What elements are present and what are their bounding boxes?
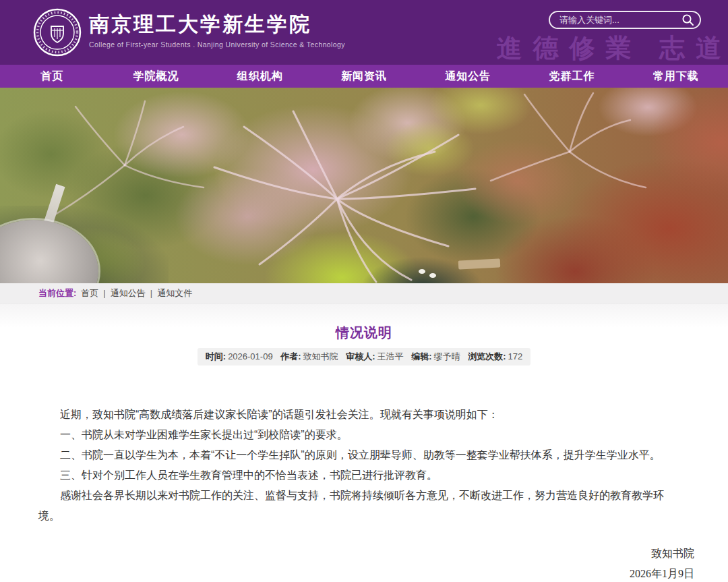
nav-item-party-work[interactable]: 党群工作 [520,65,624,88]
search-input[interactable] [559,15,681,25]
nav-item-downloads[interactable]: 常用下载 [624,65,728,88]
breadcrumb-item-notice-files[interactable]: 通知文件 [157,287,192,299]
banner-image [0,88,728,283]
meta-time-value: 2026-01-09 [228,351,273,361]
meta-views-label: 浏览次数: [468,351,506,361]
nav-item-overview[interactable]: 学院概况 [104,65,208,88]
breadcrumb: 当前位置: 首页 | 通知公告 | 通知文件 [0,283,728,303]
breadcrumb-item-home[interactable]: 首页 [81,287,98,299]
article-paragraph: 二、书院一直以学生为本，本着“不让一个学生掉队”的原则，设立朋辈导师、助教等一整… [38,445,679,465]
nav-item-announcements[interactable]: 通知公告 [416,65,520,88]
university-seal-logo [32,7,82,57]
breadcrumb-separator: | [103,288,105,298]
meta-editor-value: 缪予晴 [434,351,460,361]
article-body: 近期，致知书院“高数成绩落后建议家长陪读”的话题引发社会关注。现就有关事项说明如… [0,405,728,526]
meta-reviewer-value: 王浩平 [377,351,404,361]
site-brand: 南京理工大学新生学院 College of First-year Student… [89,12,345,49]
article-signature-block: 致知书院 2026年1月9日 [0,544,728,582]
article-paragraph: 近期，致知书院“高数成绩落后建议家长陪读”的话题引发社会关注。现就有关事项说明如… [38,405,679,425]
seal-icon [32,7,82,57]
nav-item-organization[interactable]: 组织机构 [208,65,312,88]
nav-item-home[interactable]: 首页 [0,65,104,88]
search-box [549,11,701,29]
signature-date: 2026年1月9日 [0,564,694,582]
article-meta: 时间:2026-01-09 作者:致知书院 审核人:王浩平 编辑:缪予晴 浏览次… [198,348,530,366]
article-meta-row: 时间:2026-01-09 作者:致知书院 审核人:王浩平 编辑:缪予晴 浏览次… [0,348,728,366]
nav-item-news[interactable]: 新闻资讯 [312,65,416,88]
article-paragraph: 三、针对个别工作人员在学生教育管理中的不恰当表述，书院已进行批评教育。 [38,465,679,486]
meta-views-value: 172 [508,351,523,361]
breadcrumb-label: 当前位置: [38,287,76,299]
article-container: 情况说明 时间:2026-01-09 作者:致知书院 审核人:王浩平 编辑:缪予… [0,303,728,582]
search-icon [681,13,694,26]
banner-duck-art [419,269,425,274]
meta-author-label: 作者: [280,351,301,361]
article-paragraph: 一、书院从未对学业困难学生家长提出过“到校陪读”的要求。 [38,425,679,445]
article-paragraph: 感谢社会各界长期以来对书院工作的关注、监督与支持，书院将持续倾听各方意见，不断改… [38,486,679,526]
site-header: 進德修業 志道 南京理工大学新生学院 College of First-year… [0,0,728,65]
signature-name: 致知书院 [0,544,694,564]
main-nav: 首页 学院概况 组织机构 新闻资讯 通知公告 党群工作 常用下载 [0,65,728,88]
breadcrumb-item-announcements[interactable]: 通知公告 [111,287,146,299]
site-subtitle: College of First-year Students . Nanjing… [89,40,345,49]
search-button[interactable] [681,13,694,26]
meta-author-value: 致知书院 [303,351,338,361]
meta-editor-label: 编辑: [411,351,431,361]
site-title: 南京理工大学新生学院 [89,12,345,36]
meta-time-label: 时间: [206,351,226,361]
meta-reviewer-label: 审核人: [346,351,375,361]
breadcrumb-separator: | [150,288,152,298]
article-title: 情况说明 [0,324,728,342]
calligraphy-watermark: 進德修業 志道 [497,31,728,65]
